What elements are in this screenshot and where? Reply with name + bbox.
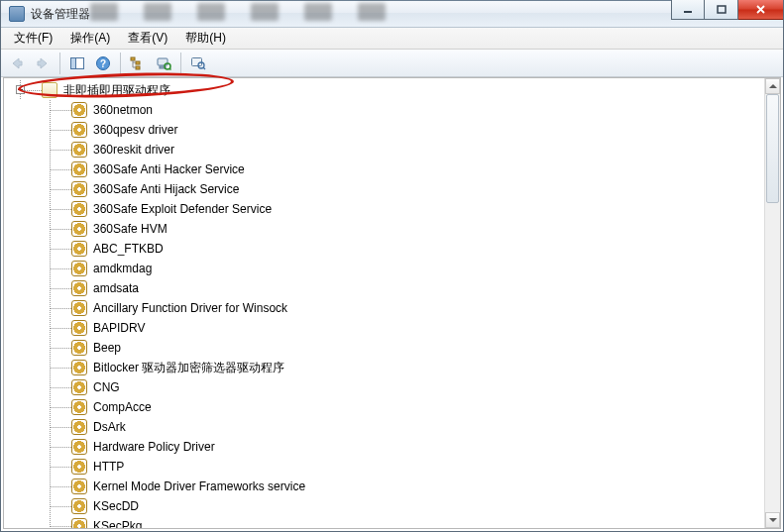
tree-item[interactable]: 360netmon: [4, 100, 764, 120]
tree-item[interactable]: Beep: [4, 338, 764, 358]
vertical-scrollbar[interactable]: [764, 78, 780, 528]
driver-icon: [71, 122, 87, 138]
tree-item-label: Bitlocker 驱动器加密筛选器驱动程序: [91, 360, 286, 376]
driver-icon: [71, 201, 87, 217]
tree-item[interactable]: BAPIDRV: [4, 318, 764, 338]
tree-item-label: KSecDD: [91, 499, 141, 513]
driver-icon: [71, 320, 87, 336]
titlebar-background-blur: [90, 3, 634, 25]
driver-icon: [71, 102, 87, 118]
tree-item[interactable]: 360Safe Anti Hijack Service: [4, 179, 764, 199]
content-pane: 非即插即用驱动程序 360netmon360qpesv driver360res…: [3, 77, 781, 529]
tree-item[interactable]: HTTP: [4, 457, 764, 477]
tree-item[interactable]: 360Safe HVM: [4, 219, 764, 239]
tree-item-label: Beep: [91, 341, 123, 355]
driver-icon: [71, 221, 87, 237]
svg-rect-0: [684, 11, 692, 13]
tree-category-label: 非即插即用驱动程序: [61, 82, 172, 99]
driver-icon: [71, 479, 87, 494]
scroll-down-button[interactable]: [765, 512, 780, 528]
maximize-button[interactable]: [705, 0, 738, 20]
driver-icon: [71, 261, 87, 276]
tree-item-label: ABC_FTKBD: [91, 242, 166, 256]
svg-rect-7: [136, 61, 140, 64]
tree-item-label: BAPIDRV: [91, 321, 147, 335]
driver-icon: [71, 459, 87, 475]
tree-item[interactable]: KSecDD: [4, 496, 764, 516]
minimize-button[interactable]: [671, 0, 705, 20]
tree-item[interactable]: amdsata: [4, 278, 764, 298]
svg-text:?: ?: [100, 58, 106, 69]
forward-button[interactable]: [31, 52, 55, 75]
scroll-thumb[interactable]: [766, 94, 779, 203]
tree-item-label: CompAcce: [91, 400, 154, 414]
tree-item[interactable]: 360Safe Anti Hacker Service: [4, 160, 764, 179]
tree-item[interactable]: Hardware Policy Driver: [4, 437, 764, 457]
driver-icon: [71, 379, 87, 395]
tree-item-label: 360netmon: [91, 103, 155, 117]
tree-item-label: 360Safe Anti Hacker Service: [91, 162, 247, 176]
scroll-track[interactable]: [765, 94, 780, 512]
tree-item[interactable]: DsArk: [4, 417, 764, 437]
tree-item-label: Hardware Policy Driver: [91, 440, 217, 454]
menu-bar: 文件(F) 操作(A) 查看(V) 帮助(H): [1, 28, 783, 50]
tree-item-label: amdsata: [91, 281, 141, 295]
tree-item-label: DsArk: [91, 420, 128, 434]
maximize-icon: [717, 5, 727, 15]
tree-list-icon: [130, 55, 146, 71]
tree-item[interactable]: CNG: [4, 377, 764, 397]
menu-action[interactable]: 操作(A): [61, 27, 119, 50]
device-tree[interactable]: 非即插即用驱动程序 360netmon360qpesv driver360res…: [4, 78, 764, 528]
driver-icon: [71, 340, 87, 356]
tree-item-label: HTTP: [91, 460, 126, 474]
help-button[interactable]: ?: [91, 52, 115, 75]
tree-item[interactable]: amdkmdag: [4, 259, 764, 278]
driver-icon: [71, 181, 87, 197]
arrow-right-icon: [35, 55, 51, 71]
tree-item[interactable]: Kernel Mode Driver Frameworks service: [4, 477, 764, 496]
driver-icon: [71, 142, 87, 158]
tree-item-label: Ancillary Function Driver for Winsock: [91, 301, 289, 315]
tree-item[interactable]: 360reskit driver: [4, 140, 764, 160]
tree-category-non-pnp-drivers[interactable]: 非即插即用驱动程序: [4, 80, 764, 100]
tree-item[interactable]: 360Safe Exploit Defender Service: [4, 199, 764, 219]
title-bar[interactable]: 设备管理器: [1, 0, 783, 28]
menu-help[interactable]: 帮助(H): [176, 27, 235, 50]
computer-scan-icon: [156, 55, 171, 71]
svg-rect-1: [718, 6, 726, 13]
monitor-magnifier-icon: [190, 55, 206, 71]
driver-icon: [71, 419, 87, 435]
minimize-icon: [683, 5, 693, 15]
tree-item-label: Kernel Mode Driver Frameworks service: [91, 479, 307, 493]
driver-icon: [71, 280, 87, 296]
window-controls: [671, 0, 784, 20]
driver-icon: [71, 498, 87, 514]
close-button[interactable]: [738, 0, 784, 20]
driver-icon: [71, 518, 87, 528]
driver-icon: [71, 399, 87, 415]
show-hidden-devices-button[interactable]: [186, 52, 210, 75]
back-button[interactable]: [5, 52, 29, 75]
menu-file[interactable]: 文件(F): [5, 27, 61, 50]
scan-hardware-button[interactable]: [152, 52, 175, 75]
show-console-tree-button[interactable]: [65, 52, 89, 75]
tree-item[interactable]: CompAcce: [4, 397, 764, 417]
tree-item-label: 360qpesv driver: [91, 123, 179, 137]
app-icon: [9, 6, 25, 22]
driver-icon: [71, 439, 87, 455]
menu-view[interactable]: 查看(V): [119, 27, 176, 50]
scroll-up-button[interactable]: [765, 78, 780, 94]
close-icon: [755, 4, 766, 15]
tree-item[interactable]: 360qpesv driver: [4, 120, 764, 140]
tree-item[interactable]: KSecPkg: [4, 516, 764, 528]
driver-icon: [71, 360, 87, 375]
tree-item-label: 360Safe Anti Hijack Service: [91, 182, 241, 196]
help-icon: ?: [95, 55, 111, 71]
tree-item[interactable]: Bitlocker 驱动器加密筛选器驱动程序: [4, 358, 764, 377]
tree-item[interactable]: ABC_FTKBD: [4, 239, 764, 259]
tree-item-label: 360Safe HVM: [91, 222, 169, 236]
tree-item[interactable]: Ancillary Function Driver for Winsock: [4, 298, 764, 318]
svg-rect-8: [136, 66, 140, 69]
toolbar-separator: [59, 53, 60, 74]
devices-by-type-button[interactable]: [126, 52, 150, 75]
